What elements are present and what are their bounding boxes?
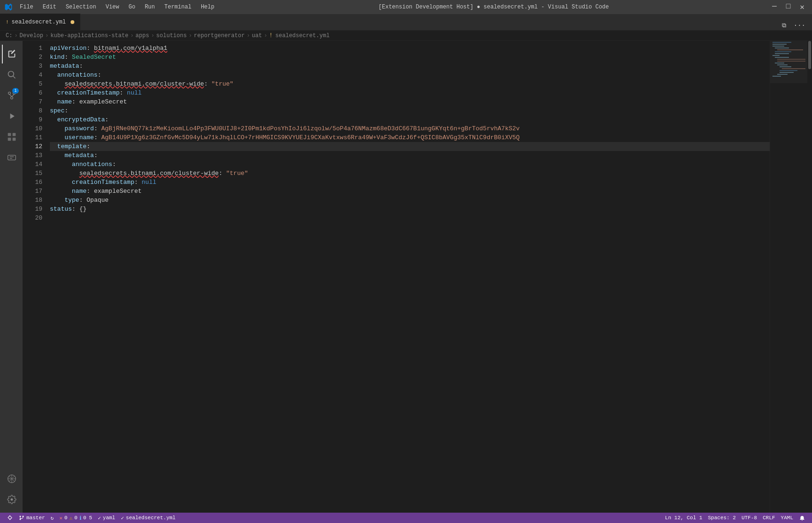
- breadcrumb-part-uat[interactable]: uat: [252, 32, 262, 39]
- tab-filename: sealedsecret.yml: [12, 19, 66, 25]
- editor-tab-sealedsecret[interactable]: ! sealedsecret.yml: [0, 14, 80, 30]
- menu-terminal[interactable]: Terminal: [160, 3, 195, 11]
- status-warning-count: 0: [74, 515, 78, 521]
- breadcrumb-part-c[interactable]: C:: [6, 32, 12, 39]
- menu-run[interactable]: Run: [141, 3, 159, 11]
- status-position-text: Ln 12, Col 1: [665, 515, 702, 521]
- svg-point-40: [20, 516, 21, 517]
- line-numbers: 1 2 3 4 5 6 7 8 9 10 11 12 13 14 15 16 1…: [23, 41, 46, 513]
- svg-point-0: [8, 71, 14, 77]
- code-line-15: sealedsecrets.bitnami.com/cluster-wide: …: [50, 169, 770, 178]
- menu-selection[interactable]: Selection: [62, 3, 100, 11]
- status-info-count: 0: [83, 515, 87, 521]
- breadcrumb-warning-icon: !: [269, 32, 272, 39]
- svg-point-19: [11, 499, 13, 501]
- line-num-13: 13: [23, 151, 42, 160]
- code-line-4: annotations:: [50, 71, 770, 79]
- maximize-button[interactable]: □: [783, 2, 794, 12]
- svg-rect-11: [8, 155, 16, 160]
- line-num-20: 20: [23, 214, 42, 222]
- activity-kubernetes[interactable]: [2, 469, 21, 488]
- status-error-count: 0: [64, 515, 68, 521]
- activity-source-control[interactable]: 1: [2, 86, 21, 105]
- line-num-12: 12: [23, 142, 42, 151]
- breadcrumb-part-solutions[interactable]: solutions: [156, 32, 187, 39]
- status-schema[interactable]: ✓ sealedsecret.yml: [118, 513, 178, 523]
- tab-bar: ! sealedsecret.yml ⧉ ···: [0, 14, 812, 31]
- close-button[interactable]: ✕: [797, 2, 807, 12]
- line-num-19: 19: [23, 205, 42, 214]
- activity-settings[interactable]: [2, 490, 21, 509]
- status-notifications[interactable]: [796, 513, 808, 523]
- line-num-17: 17: [23, 187, 42, 196]
- breadcrumb-sep-4: ›: [151, 32, 154, 39]
- title-bar-controls: ─ □ ✕: [769, 2, 807, 12]
- scrollbar-right[interactable]: [807, 41, 812, 513]
- activity-explorer[interactable]: [2, 45, 21, 63]
- breadcrumb-part-filename[interactable]: sealedsecret.yml: [275, 32, 329, 39]
- code-line-16: creationTimestamp: null: [50, 178, 770, 187]
- breadcrumb-part-reportgenerator[interactable]: reportgenerator: [194, 32, 245, 39]
- activity-extensions[interactable]: [2, 127, 21, 146]
- activity-search[interactable]: [2, 65, 21, 84]
- line-num-3: 3: [23, 62, 42, 71]
- code-line-10: password: AgBjRNe0NQ77k1zMeKioomLLo4Pp3F…: [50, 124, 770, 133]
- breadcrumb-part-apps[interactable]: apps: [135, 32, 149, 39]
- code-editor[interactable]: 1 2 3 4 5 6 7 8 9 10 11 12 13 14 15 16 1…: [23, 41, 812, 513]
- status-encoding-text: UTF-8: [741, 515, 757, 521]
- status-errors[interactable]: ✕ 0 ⚠ 0 ℹ 0 5: [56, 513, 95, 523]
- breadcrumb-sep-1: ›: [14, 32, 17, 39]
- minimap: [770, 41, 807, 513]
- line-num-11: 11: [23, 133, 42, 142]
- code-line-11: username: AgB14U9P1Xg6z3GZnfGvMc5D94yLw7…: [50, 133, 770, 142]
- line-num-6: 6: [23, 88, 42, 97]
- source-control-badge: 1: [12, 88, 19, 94]
- code-line-6: creationTimestamp: null: [50, 88, 770, 97]
- status-bar: master ↻ ✕ 0 ⚠ 0 ℹ 0 5 ✓ yaml ✓ sealedse…: [0, 513, 812, 523]
- menu-go[interactable]: Go: [125, 3, 139, 11]
- status-position[interactable]: Ln 12, Col 1: [662, 513, 705, 523]
- status-spaces[interactable]: Spaces: 2: [705, 513, 739, 523]
- code-line-19: status: {}: [50, 205, 770, 214]
- code-line-3: metadata:: [50, 62, 770, 71]
- activity-run-debug[interactable]: [2, 107, 21, 126]
- activity-remote-explorer[interactable]: [2, 148, 21, 167]
- line-num-1: 1: [23, 44, 42, 53]
- status-remote-icon[interactable]: [4, 513, 16, 523]
- status-branch[interactable]: master: [16, 513, 48, 523]
- status-encoding[interactable]: UTF-8: [739, 513, 760, 523]
- info-icon: ℹ: [80, 515, 81, 521]
- status-language[interactable]: YAML: [778, 513, 796, 523]
- menu-file[interactable]: File: [16, 3, 37, 11]
- breadcrumb: C: › Develop › kube-applications-state ›…: [0, 31, 812, 41]
- line-num-10: 10: [23, 124, 42, 133]
- tab-bar-actions: ⧉ ···: [779, 21, 812, 30]
- line-num-15: 15: [23, 169, 42, 178]
- breadcrumb-sep-7: ›: [264, 32, 267, 39]
- code-line-13: metadata:: [50, 151, 770, 160]
- status-line-ending[interactable]: CRLF: [760, 513, 778, 523]
- menu-view[interactable]: View: [102, 3, 123, 11]
- breadcrumb-part-develop[interactable]: Develop: [20, 32, 43, 39]
- status-yaml-check[interactable]: ✓ yaml: [95, 513, 118, 523]
- main-layout: 1: [0, 41, 812, 513]
- line-num-16: 16: [23, 178, 42, 187]
- vscode-logo-icon: [5, 3, 12, 11]
- title-bar-left: File Edit Selection View Go Run Terminal…: [5, 3, 218, 11]
- more-actions-button[interactable]: ···: [791, 21, 808, 30]
- menu-edit[interactable]: Edit: [39, 3, 60, 11]
- status-sync[interactable]: ↻: [48, 513, 57, 523]
- code-line-17: name: exampleSecret: [50, 187, 770, 196]
- breadcrumb-part-kube[interactable]: kube-applications-state: [50, 32, 128, 39]
- line-num-2: 2: [23, 53, 42, 62]
- activity-bar-bottom: [2, 469, 21, 509]
- code-line-5: sealedsecrets.bitnami.com/cluster-wide: …: [50, 79, 770, 88]
- status-branch-name: master: [26, 515, 45, 521]
- title-bar-title: [Extension Development Host] ● sealedsec…: [218, 4, 769, 10]
- split-editor-button[interactable]: ⧉: [779, 21, 789, 30]
- svg-rect-7: [8, 133, 11, 136]
- menu-help[interactable]: Help: [197, 3, 218, 11]
- code-line-7: name: exampleSecret: [50, 97, 770, 106]
- minimize-button[interactable]: ─: [769, 2, 780, 12]
- status-yaml-label: yaml: [103, 515, 115, 521]
